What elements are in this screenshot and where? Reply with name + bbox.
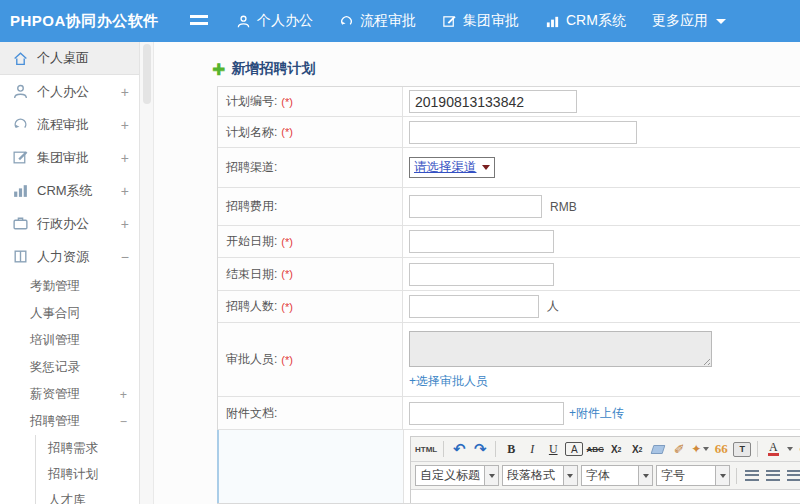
nav-personal-office[interactable]: 个人办公 — [236, 12, 313, 30]
field-label: 附件文档: — [226, 405, 277, 422]
book-icon — [12, 248, 29, 265]
approvers-textarea[interactable] — [409, 331, 712, 367]
nav-more-apps[interactable]: 更多应用 — [652, 12, 726, 30]
plan-name-input[interactable] — [409, 121, 637, 144]
collapse-minus-icon[interactable]: − — [121, 249, 129, 265]
redo-icon[interactable]: ↷ — [471, 440, 489, 458]
home-icon — [12, 50, 29, 67]
align-left-icon[interactable] — [743, 467, 761, 485]
bold-button[interactable]: B — [502, 440, 520, 458]
align-right-icon[interactable] — [785, 467, 800, 485]
hamburger-menu-icon[interactable] — [190, 15, 208, 28]
nav-crm-system[interactable]: CRM系统 — [545, 12, 626, 30]
required-marker: (*) — [281, 354, 293, 366]
font-color-button[interactable]: A — [764, 440, 782, 458]
sidebar-item-admin-office[interactable]: 行政办公 + — [0, 207, 139, 240]
sidebar-item-workflow-approval[interactable]: 流程审批 + — [0, 108, 139, 141]
format-brush-icon[interactable]: ✐ — [670, 440, 688, 458]
sidebar-item-recruit-demand[interactable]: 招聘需求 — [35, 435, 139, 461]
edit-icon — [442, 14, 457, 29]
page-title-text: 新增招聘计划 — [231, 60, 315, 78]
form-row-plan-name: 计划名称: (*) — [218, 117, 800, 148]
font-color-caret-icon[interactable] — [787, 447, 793, 451]
channel-select[interactable]: 请选择渠道 — [409, 157, 495, 178]
editor-content-area[interactable] — [411, 490, 800, 503]
sidebar-item-salary-mgmt[interactable]: 薪资管理 + — [0, 381, 139, 408]
strikethrough-button[interactable]: ABC — [586, 440, 604, 458]
description-label-cell — [219, 430, 404, 503]
blockquote-button[interactable]: 66 — [712, 440, 730, 458]
sidebar-item-attendance-mgmt[interactable]: 考勤管理 — [0, 273, 139, 300]
paragraph-format-dropdown[interactable]: 段落格式 — [502, 465, 578, 486]
subscript-button[interactable]: X2 — [628, 440, 646, 458]
fee-input[interactable] — [409, 195, 542, 218]
nav-workflow-approval[interactable]: 流程审批 — [339, 12, 416, 30]
html-source-button[interactable]: HTML — [415, 440, 437, 458]
user-icon — [236, 14, 251, 29]
start-date-input[interactable] — [409, 230, 554, 253]
attachment-upload-link[interactable]: +附件上传 — [569, 405, 624, 422]
toolbar-separator — [443, 441, 444, 457]
sidebar-item-training-mgmt[interactable]: 培训管理 — [0, 327, 139, 354]
sidebar-sub-label: 考勤管理 — [30, 278, 80, 295]
sidebar-item-personal-office[interactable]: 个人办公 + — [0, 75, 139, 108]
field-label: 审批人员: — [226, 351, 277, 368]
sidebar-item-personal-desktop[interactable]: 个人桌面 — [0, 42, 139, 75]
channel-select-value: 请选择渠道 — [414, 159, 477, 176]
eraser-icon[interactable] — [649, 440, 667, 458]
superscript-button[interactable]: X2 — [607, 440, 625, 458]
expand-plus-icon[interactable]: + — [121, 183, 129, 199]
undo-icon[interactable]: ↶ — [450, 440, 468, 458]
required-marker: (*) — [281, 126, 293, 138]
select-approvers-link[interactable]: +选择审批人员 — [409, 373, 488, 390]
end-date-input[interactable] — [409, 263, 554, 286]
sidebar-item-human-resources[interactable]: 人力资源 − — [0, 240, 139, 273]
expand-plus-icon[interactable]: + — [121, 216, 129, 232]
sidebar-sub-label: 薪资管理 — [30, 386, 80, 403]
font-size-dropdown[interactable]: 字号 — [656, 465, 730, 486]
nav-label: CRM系统 — [566, 12, 626, 30]
sidebar-item-rewards-records[interactable]: 奖惩记录 — [0, 354, 139, 381]
field-label: 招聘人数: — [226, 298, 277, 315]
edit-icon — [12, 149, 29, 166]
nav-group-approval[interactable]: 集团审批 — [442, 12, 519, 30]
custom-heading-dropdown[interactable]: 自定义标题 — [415, 465, 499, 486]
collapse-minus-icon[interactable]: − — [120, 415, 127, 429]
expand-plus-icon[interactable]: + — [121, 150, 129, 166]
scrollbar-thumb[interactable] — [143, 44, 151, 104]
expand-plus-icon[interactable]: + — [121, 117, 129, 133]
flow-icon — [339, 14, 354, 29]
sidebar-item-hr-contracts[interactable]: 人事合同 — [0, 300, 139, 327]
sidebar-item-recruit-mgmt[interactable]: 招聘管理 − — [0, 408, 139, 435]
attachment-input[interactable] — [409, 402, 564, 425]
required-marker: (*) — [281, 301, 293, 313]
plan-number-input[interactable] — [409, 90, 577, 113]
expand-plus-icon[interactable]: + — [120, 388, 127, 402]
top-nav: 个人办公 流程审批 集团审批 CRM系统 更多应用 — [236, 12, 726, 30]
user-icon — [12, 83, 29, 100]
toolbar-separator — [736, 468, 737, 484]
sidebar-item-group-approval[interactable]: 集团审批 + — [0, 141, 139, 174]
field-label: 招聘费用: — [226, 198, 277, 215]
expand-plus-icon[interactable]: + — [121, 84, 129, 100]
sidebar-item-crm-system[interactable]: CRM系统 + — [0, 174, 139, 207]
required-marker: (*) — [281, 236, 293, 248]
char-border-button[interactable]: A — [565, 442, 583, 456]
headcount-input[interactable] — [409, 295, 539, 318]
sidebar-item-label: 个人办公 — [37, 83, 89, 101]
align-center-icon[interactable] — [764, 467, 782, 485]
sidebar-sub-label: 奖惩记录 — [30, 359, 80, 376]
sidebar-item-talent-pool[interactable]: 人才库 — [35, 487, 139, 504]
font-family-dropdown[interactable]: 字体 — [581, 465, 653, 486]
italic-button[interactable]: I — [523, 440, 541, 458]
paste-text-icon[interactable]: T — [733, 442, 751, 457]
underline-button[interactable]: U — [544, 440, 562, 458]
highlight-color-button[interactable]: ab — [796, 440, 800, 458]
page-title: ✚ 新增招聘计划 — [154, 42, 800, 82]
sidebar-item-recruit-plan[interactable]: 招聘计划 — [35, 461, 139, 487]
auto-format-icon[interactable]: ✦ — [691, 440, 709, 458]
sidebar-item-label: 集团审批 — [37, 149, 89, 167]
form-row-headcount: 招聘人数: (*) 人 — [218, 291, 800, 323]
toolbar-separator — [757, 441, 758, 457]
sidebar-scrollbar[interactable] — [140, 42, 154, 504]
